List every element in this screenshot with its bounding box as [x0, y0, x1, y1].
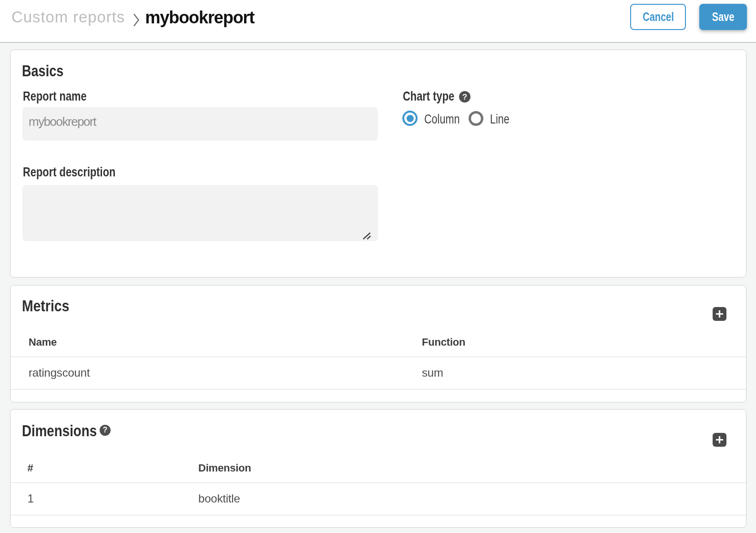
report-description-textarea[interactable] [22, 185, 378, 241]
metrics-card: Metrics Name Function ratingscount sum [10, 285, 746, 402]
dimensions-card: Dimensions ? # Dimension 1 booktitle [10, 409, 746, 528]
cancel-button-label: Cancel [643, 10, 674, 24]
metrics-column-function: Function [422, 328, 746, 357]
metric-function-cell[interactable]: sum [422, 357, 746, 389]
topbar-actions: Cancel Save [630, 4, 747, 30]
dimensions-title: Dimensions [22, 423, 97, 439]
dimension-index-cell[interactable]: 1 [10, 482, 198, 515]
dimensions-column-index: # [10, 454, 198, 482]
resize-handle-icon[interactable] [362, 232, 372, 242]
report-name-label: Report name [23, 90, 87, 103]
chevron-right-icon [133, 13, 140, 29]
basics-title: Basics [22, 63, 63, 79]
metrics-table-header-row: Name Function [10, 328, 746, 357]
save-button[interactable]: Save [699, 4, 747, 30]
metrics-title: Metrics [22, 298, 69, 314]
metrics-column-name: Name [10, 328, 422, 357]
cancel-button[interactable]: Cancel [630, 4, 686, 30]
radio-label: Column [424, 113, 460, 126]
chart-type-label: Chart type [403, 90, 454, 103]
metrics-table-row[interactable]: ratingscount sum [10, 357, 746, 389]
dimensions-table: # Dimension 1 booktitle [10, 454, 746, 515]
breadcrumb-parent[interactable]: Custom reports [11, 9, 125, 25]
page: Custom reports mybookreport Cancel Save … [0, 0, 756, 533]
dimensions-column-dimension: Dimension [198, 454, 746, 482]
report-description-label: Report description [23, 166, 115, 179]
basics-card: Basics Report name Report description Ch… [10, 50, 746, 277]
help-icon[interactable]: ? [459, 91, 470, 102]
metrics-table: Name Function ratingscount sum [10, 328, 746, 390]
report-name-input[interactable] [22, 107, 378, 141]
radio-selected-icon [402, 111, 418, 126]
radio-unselected-icon [469, 111, 483, 126]
plus-icon [715, 310, 724, 318]
dimensions-table-row[interactable]: 1 booktitle [10, 482, 746, 515]
breadcrumb: Custom reports mybookreport [11, 0, 345, 42]
top-bar: Custom reports mybookreport Cancel Save [0, 0, 756, 43]
add-metric-button[interactable] [713, 307, 726, 321]
dimension-name-cell[interactable]: booktitle [198, 482, 746, 515]
metric-name-cell[interactable]: ratingscount [10, 357, 422, 389]
plus-icon [715, 436, 724, 444]
radio-label: Line [490, 113, 510, 126]
breadcrumb-current: mybookreport [145, 9, 255, 26]
dimensions-table-header-row: # Dimension [10, 454, 746, 482]
save-button-label: Save [712, 10, 735, 24]
chart-type-radio-line[interactable]: Line [469, 111, 514, 126]
chart-type-radio-column[interactable]: Column [402, 111, 469, 126]
add-dimension-button[interactable] [713, 433, 726, 447]
help-icon[interactable]: ? [100, 425, 111, 436]
